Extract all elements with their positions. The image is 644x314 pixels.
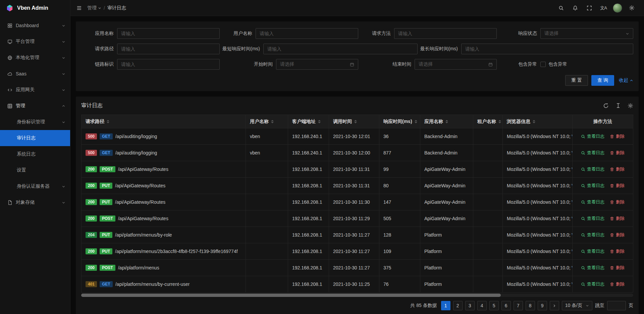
view-log-button[interactable]: 查看日志: [581, 150, 604, 156]
scrollbar-thumb[interactable]: [81, 294, 501, 297]
refresh-icon[interactable]: [603, 103, 609, 109]
view-log-button[interactable]: 查看日志: [581, 248, 604, 254]
min-response-time-input[interactable]: [263, 44, 418, 54]
sidebar-item-object-storage[interactable]: 对象存储: [0, 194, 70, 210]
page-button[interactable]: 6: [501, 301, 511, 310]
sidebar-item-audit-log[interactable]: 审计日志: [0, 130, 70, 146]
form-actions: 重 置 查 询 收起: [81, 74, 633, 89]
trace-id-input[interactable]: [117, 59, 220, 70]
sidebar-item-auth-server[interactable]: 身份认证服务器: [0, 178, 70, 194]
fullscreen-icon[interactable]: [583, 0, 596, 16]
max-response-time-input[interactable]: [461, 44, 633, 54]
delete-button[interactable]: 删除: [610, 248, 625, 254]
sidebar-item-identity[interactable]: 身份标识管理: [0, 114, 70, 130]
topbar: 管理 / 审计日志 文A: [70, 0, 644, 16]
delete-button[interactable]: 删除: [610, 133, 625, 139]
delete-button[interactable]: 删除: [610, 281, 625, 287]
browser-info-cell: Mozilla/5.0 (Windows NT 10.0; Win: [503, 227, 573, 243]
request-path-cell: /api/platform/menus/by-role: [115, 232, 172, 238]
sort-icon[interactable]: [415, 120, 417, 123]
sort-icon[interactable]: [533, 120, 535, 123]
table-row: 200 PUT /api/ApiGateway/Routes 192.168.2…: [82, 194, 633, 210]
magnifier-icon: [581, 282, 585, 287]
client-address-cell: 192.168.208.1: [288, 210, 329, 227]
sort-icon[interactable]: [318, 120, 321, 123]
app-name-cell: Platform: [420, 227, 473, 243]
sidebar-item-management[interactable]: 管理: [0, 98, 70, 114]
column-header[interactable]: 用户名称: [246, 115, 288, 128]
search-icon[interactable]: [555, 0, 568, 16]
collapse-link[interactable]: 收起: [619, 77, 633, 83]
request-path-input[interactable]: [117, 44, 220, 54]
column-header[interactable]: 客户端地址: [288, 115, 329, 128]
next-page-button[interactable]: [550, 301, 559, 310]
delete-button[interactable]: 删除: [610, 166, 625, 172]
avatar[interactable]: [611, 0, 624, 16]
user-name-cell: [246, 194, 288, 210]
delete-button[interactable]: 删除: [610, 215, 625, 222]
gear-icon[interactable]: [625, 0, 638, 16]
column-header[interactable]: 请求路径: [82, 115, 246, 128]
sidebar-item-localization[interactable]: 本地化管理: [0, 50, 70, 66]
app-name-input[interactable]: [117, 28, 220, 39]
page-button[interactable]: 7: [514, 301, 523, 310]
view-log-button[interactable]: 查看日志: [581, 166, 604, 172]
end-time-datepicker[interactable]: 请选择: [415, 59, 497, 70]
translate-icon[interactable]: 文A: [597, 0, 610, 16]
page-button[interactable]: 3: [465, 301, 475, 310]
view-log-button[interactable]: 查看日志: [581, 183, 604, 189]
breadcrumb-section[interactable]: 管理: [87, 5, 101, 11]
query-button[interactable]: 查 询: [591, 75, 614, 86]
column-header[interactable]: 操作方法: [573, 115, 633, 128]
view-log-button[interactable]: 查看日志: [581, 232, 604, 238]
response-status-select[interactable]: 请选择: [540, 28, 633, 39]
sidebar-item-saas[interactable]: Saas: [0, 66, 70, 82]
column-header[interactable]: 应用名称: [420, 115, 473, 128]
sort-icon[interactable]: [107, 120, 109, 123]
sort-icon[interactable]: [354, 120, 357, 123]
start-time-datepicker[interactable]: 请选择: [276, 59, 358, 70]
sort-icon[interactable]: [271, 120, 274, 123]
column-header[interactable]: 浏览器信息: [503, 115, 573, 128]
column-settings-gear-icon[interactable]: [628, 103, 633, 109]
delete-button[interactable]: 删除: [610, 199, 625, 205]
row-height-icon[interactable]: [615, 103, 621, 108]
view-log-button[interactable]: 查看日志: [581, 265, 604, 271]
reset-button[interactable]: 重 置: [565, 75, 588, 86]
app-logo[interactable]: Vben Admin: [0, 0, 70, 16]
page-size-select[interactable]: 10 条/页: [562, 301, 592, 310]
page-button[interactable]: 1: [441, 301, 450, 310]
user-name-input[interactable]: [256, 28, 358, 39]
view-log-button[interactable]: 查看日志: [581, 199, 604, 205]
tenant-name-cell: [473, 128, 503, 144]
sidebar-item-system-log[interactable]: 系统日志: [0, 146, 70, 162]
column-header[interactable]: 调用时间: [329, 115, 379, 128]
page-button[interactable]: 5: [489, 301, 499, 310]
sidebar-item-platform[interactable]: 平台管理: [0, 34, 70, 50]
method-badge: POST: [100, 215, 115, 222]
delete-button[interactable]: 删除: [610, 265, 625, 271]
delete-button[interactable]: 删除: [610, 183, 625, 189]
sidebar-collapse-icon[interactable]: [76, 5, 82, 11]
field-max-response-time: 最长响应时间(ms): [418, 44, 633, 54]
sort-icon[interactable]: [498, 120, 501, 123]
view-log-button[interactable]: 查看日志: [581, 215, 604, 222]
page-button[interactable]: 2: [453, 301, 463, 310]
notification-bell-icon[interactable]: [569, 0, 582, 16]
request-method-input[interactable]: [394, 28, 497, 39]
page-button[interactable]: 8: [526, 301, 535, 310]
page-button[interactable]: 4: [477, 301, 487, 310]
sort-icon[interactable]: [445, 120, 448, 123]
delete-button[interactable]: 删除: [610, 232, 625, 238]
sidebar-item-gateway[interactable]: 应用网关: [0, 82, 70, 98]
view-log-button[interactable]: 查看日志: [581, 281, 604, 287]
sidebar-item-dashboard[interactable]: Dashboard: [0, 17, 70, 34]
view-log-button[interactable]: 查看日志: [581, 133, 604, 139]
sidebar-item-settings[interactable]: 设置: [0, 162, 70, 178]
column-header[interactable]: 响应时间(ms): [379, 115, 420, 128]
delete-button[interactable]: 删除: [610, 150, 625, 156]
column-header[interactable]: 租户名称: [473, 115, 503, 128]
exception-checkbox[interactable]: [540, 62, 546, 67]
page-button[interactable]: 9: [538, 301, 547, 310]
jump-page-input[interactable]: [607, 301, 626, 310]
